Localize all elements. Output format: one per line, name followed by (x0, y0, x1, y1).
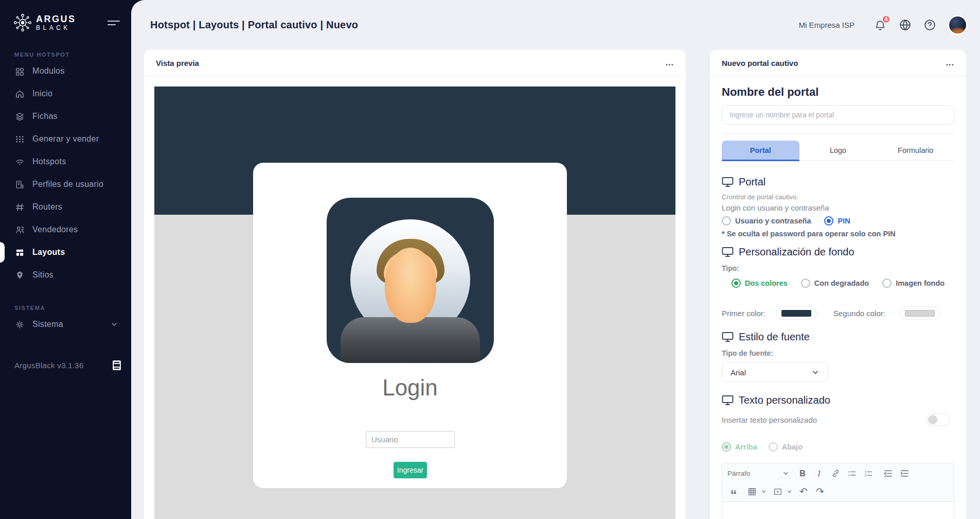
svg-text:1: 1 (865, 470, 867, 473)
outdent-icon[interactable] (882, 468, 894, 480)
radio-arriba[interactable]: Arriba (722, 442, 757, 452)
sidebar-menu: Modulos Inicio Fichas (0, 60, 131, 286)
company-name: Mi Empresa ISP (799, 21, 854, 29)
first-color-label: Primer color: (722, 309, 765, 318)
text-position-radio-group: Arriba Abajo (722, 442, 954, 452)
second-color-swatch (905, 310, 935, 317)
sidebar-item-modulos[interactable]: Modulos (0, 60, 131, 82)
hash-icon (14, 202, 25, 212)
pin-note: * Se oculta el password para operar solo… (722, 230, 954, 238)
blockquote-icon[interactable]: “ (727, 486, 740, 498)
sidebar-item-label: Routers (32, 202, 62, 212)
portal-name-input[interactable] (722, 105, 954, 125)
notifications-bell-icon[interactable]: 4 (874, 19, 887, 32)
editor-content-area[interactable] (722, 502, 954, 519)
radio-icon (722, 442, 731, 452)
svg-text:2: 2 (865, 473, 867, 477)
insert-text-row: Insertar texto personalizado (722, 413, 954, 426)
chevron-down-icon[interactable] (761, 489, 767, 494)
sidebar-item-hotspots[interactable]: Hotspots (0, 150, 131, 173)
second-color-picker[interactable] (899, 306, 940, 320)
sidebar-item-layouts[interactable]: Layouts (0, 241, 131, 264)
sidebar-item-fichas[interactable]: Fichas (0, 105, 131, 128)
indent-icon[interactable] (898, 468, 911, 480)
insert-media-icon[interactable] (772, 486, 784, 498)
sidebar-item-label: Fichas (32, 112, 58, 121)
sidebar-collapse-icon[interactable] (108, 18, 120, 28)
redo-icon[interactable]: ↷ (814, 486, 826, 498)
help-icon[interactable] (923, 19, 936, 32)
rich-text-editor: Párrafo B I (722, 463, 954, 519)
sidebar-item-label: Vendedores (32, 225, 78, 234)
bold-icon[interactable]: B (796, 468, 809, 480)
user-avatar[interactable] (949, 16, 966, 33)
made-in-mexico-badge-icon (113, 360, 121, 370)
insert-table-icon[interactable] (746, 486, 758, 498)
radio-icon (769, 442, 778, 452)
more-options-icon[interactable]: ... (666, 60, 674, 65)
font-type-label: Tipo de fuente: (722, 349, 954, 357)
radio-icon (882, 279, 892, 288)
tab-formulario[interactable]: Formulario (877, 141, 954, 160)
sidebar-item-inicio[interactable]: Inicio (0, 82, 131, 105)
portal-username-input[interactable] (366, 431, 455, 448)
people-icon (14, 224, 25, 235)
link-icon[interactable] (829, 468, 842, 480)
more-options-icon[interactable]: ... (946, 60, 954, 65)
portal-preview-frame: Login Ingresar (154, 86, 675, 519)
layout-icon (14, 247, 25, 257)
layers-icon (14, 111, 25, 122)
sidebar-item-generar-y-vender[interactable]: Generar y vender (0, 128, 131, 150)
radio-icon (801, 279, 810, 288)
sidebar-item-vendedores[interactable]: Vendedores (0, 218, 131, 241)
sidebar-item-sitios[interactable]: Sitios (0, 264, 131, 286)
sidebar-item-label: Generar y vender (32, 134, 99, 144)
portal-section-subtitle: Crontrol de portal cautivo. (722, 193, 954, 201)
sidebar-item-routers[interactable]: Routers (0, 196, 131, 218)
font-select[interactable]: Arial (722, 362, 828, 382)
portal-login-title: Login (253, 375, 567, 401)
login-mode-radio-group: Usuario y contraseña PIN (722, 216, 954, 226)
wifi-icon (14, 157, 25, 167)
first-color-picker[interactable] (776, 306, 817, 320)
portal-section-heading: Portal (722, 176, 954, 188)
font-select-value: Arial (730, 368, 746, 377)
sidebar-item-perfiles-de-usuario[interactable]: Perfiles de usuario (0, 173, 131, 196)
radio-imagen-fondo[interactable]: Imagen fondo (882, 279, 945, 288)
chevron-down-icon (782, 470, 789, 477)
globe-language-icon[interactable] (898, 19, 912, 32)
italic-icon[interactable]: I (813, 468, 825, 480)
settings-card-title: Nuevo portal cautivo (722, 59, 798, 67)
sidebar-item-label: Hotspots (32, 157, 66, 166)
radio-abajo[interactable]: Abajo (769, 442, 803, 452)
map-pin-icon (14, 270, 25, 280)
topbar: Hotspot | Layouts | Portal cautivo | Nue… (131, 0, 980, 50)
sidebar-item-sistema[interactable]: Sistema (0, 313, 131, 336)
custom-text-section-heading: Texto personalizado (722, 394, 954, 406)
sidebar-item-label: Layouts (32, 248, 65, 257)
tab-logo[interactable]: Logo (799, 141, 877, 160)
portal-submit-button[interactable]: Ingresar (394, 462, 427, 478)
divider (722, 133, 954, 134)
sidebar-item-label: Modulos (32, 66, 65, 76)
radio-dos-colores[interactable]: Dos colores (732, 279, 788, 288)
sidebar-section-hotspot: MENU HOTSPOT (0, 51, 131, 58)
argusblack-logo-icon (12, 12, 33, 33)
radio-pin[interactable]: PIN (824, 216, 850, 226)
chevron-down-icon[interactable] (787, 489, 792, 494)
portal-name-heading: Nombre del portal (722, 85, 954, 99)
insert-text-toggle[interactable] (926, 413, 950, 426)
tab-portal[interactable]: Portal (722, 141, 799, 160)
radio-icon (722, 216, 731, 226)
font-section-heading: Estilo de fuente (722, 331, 954, 343)
portal-avatar-image (327, 198, 494, 363)
monitor-icon (722, 332, 734, 342)
radio-usuario-contrasena[interactable]: Usuario y contraseña (722, 216, 811, 226)
background-section-heading: Personalización de fondo (722, 246, 954, 258)
preview-card: Vista previa ... Login (144, 50, 686, 519)
bulleted-list-icon[interactable] (846, 468, 858, 480)
paragraph-style-dropdown[interactable]: Párrafo (727, 470, 789, 477)
undo-icon[interactable]: ↶ (797, 486, 810, 498)
numbered-list-icon[interactable]: 1 2 (862, 468, 875, 480)
radio-con-degradado[interactable]: Con degradado (801, 279, 869, 288)
